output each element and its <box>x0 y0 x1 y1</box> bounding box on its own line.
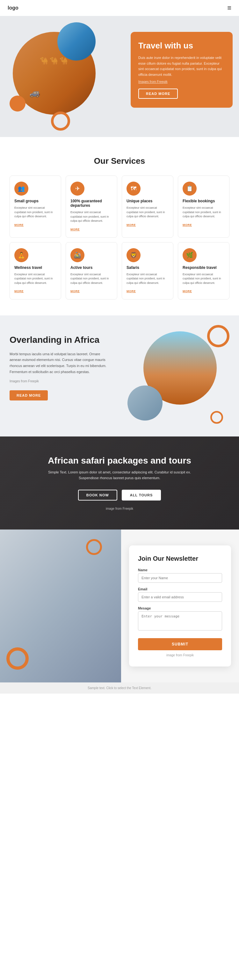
hero-section: 🐪🐪🐪 🚙 Travel with us Duis aute irure dol… <box>0 16 239 137</box>
overlanding-small-circle <box>127 385 163 420</box>
overlanding-outline-circle-top <box>207 325 229 347</box>
services-section: Our Services 👥 Small groups Excepteur si… <box>0 137 239 315</box>
newsletter-card: Join Our Newsletter Name Email Mesage SU… <box>129 546 231 667</box>
overlanding-read-more-button[interactable]: READ MORE <box>10 390 48 401</box>
submit-button[interactable]: SUBMIT <box>138 638 222 650</box>
service-desc-7: Excepteur sint occaecat cupidatat non pr… <box>183 272 225 285</box>
service-icon-places: 🗺 <box>126 181 140 196</box>
header: logo ≡ <box>0 0 239 16</box>
service-card-responsible: 🌿 Responsible travel Excepteur sint occa… <box>178 242 229 300</box>
service-more-1[interactable]: MORE <box>70 228 80 231</box>
hero-read-more-button[interactable]: READ MORE <box>138 89 178 99</box>
newsletter-form-container: Join Our Newsletter Name Email Mesage SU… <box>121 530 239 682</box>
service-icon-safari: 🦁 <box>126 248 140 262</box>
service-desc-0: Excepteur sint occaecat cupidatat non pr… <box>14 206 56 219</box>
service-title-5: Active tours <box>70 266 113 270</box>
service-more-7[interactable]: MORE <box>183 290 192 293</box>
service-icon-bookings: 📋 <box>183 181 197 196</box>
service-card-safaris: 🦁 Safaris Excepteur sint occaecat cupida… <box>122 242 174 300</box>
service-title-2: Unique places <box>126 199 169 203</box>
service-icon-departures: ✈ <box>70 181 84 196</box>
safari-title: African safari packages and tours <box>48 456 191 466</box>
email-label: Email <box>138 587 222 591</box>
service-icon-active: 🚵 <box>70 248 84 262</box>
service-card-active: 🚵 Active tours Excepteur sint occaecat c… <box>65 242 117 300</box>
hero-filled-circle <box>10 95 25 111</box>
service-desc-2: Excepteur sint occaecat cupidatat non pr… <box>126 206 169 219</box>
message-textarea[interactable] <box>138 611 222 630</box>
service-desc-5: Excepteur sint occaecat cupidatat non pr… <box>70 272 113 285</box>
service-more-3[interactable]: MORE <box>183 223 192 226</box>
service-more-2[interactable]: MORE <box>126 223 136 226</box>
service-card-unique: 🗺 Unique places Excepteur sint occaecat … <box>122 175 174 238</box>
safari-description: Simple Text. Lorem ipsum dolor sit amet,… <box>40 469 199 481</box>
service-title-6: Safaris <box>126 266 169 270</box>
newsletter-image-credit: image from Freepik <box>138 654 222 657</box>
hero-outline-circle <box>51 111 70 130</box>
service-title-4: Wellness travel <box>14 266 56 270</box>
service-title-1: 100% guaranteed departures <box>70 199 113 208</box>
service-card-guaranteed: ✈ 100% guaranteed departures Excepteur s… <box>65 175 117 238</box>
service-more-6[interactable]: MORE <box>126 290 136 293</box>
services-grid: 👥 Small groups Excepteur sint occaecat c… <box>10 175 229 299</box>
hero-image-credit[interactable]: Images from Freepik <box>138 80 225 83</box>
overlanding-title: Overlanding in Africa <box>10 334 112 345</box>
newsletter-title: Join Our Newsletter <box>138 555 222 562</box>
overlanding-text: Overlanding in Africa Morbi tempus iacul… <box>10 334 118 401</box>
hero-top-circle <box>57 22 96 60</box>
newsletter-image <box>0 530 121 682</box>
email-input[interactable] <box>138 592 222 602</box>
overlanding-section: Overlanding in Africa Morbi tempus iacul… <box>0 315 239 436</box>
email-form-group: Email <box>138 587 222 602</box>
service-more-4[interactable]: MORE <box>14 290 24 293</box>
service-card-small-groups: 👥 Small groups Excepteur sint occaecat c… <box>10 175 61 238</box>
message-form-group: Mesage <box>138 606 222 632</box>
hero-description: Duis aute irure dolor in reprehenderit i… <box>138 55 225 78</box>
overlanding-images <box>124 325 233 427</box>
hero-title: Travel with us <box>138 41 225 51</box>
footer-note: Sample text. Click to select the Text El… <box>88 686 151 690</box>
overlanding-outline-circle-bottom <box>210 411 223 424</box>
overlanding-description: Morbi tempus iaculis urna id volutpat la… <box>10 351 112 375</box>
safari-buttons: BOOK NOW ALL TOURS <box>78 490 161 501</box>
service-icon-groups: 👥 <box>14 181 29 196</box>
service-title-0: Small groups <box>14 199 56 203</box>
service-title-7: Responsible travel <box>183 266 225 270</box>
hero-circles: 🐪🐪🐪 🚙 <box>6 22 108 130</box>
service-more-0[interactable]: MORE <box>14 223 24 226</box>
book-now-button[interactable]: BOOK NOW <box>78 490 117 501</box>
name-form-group: Name <box>138 568 222 583</box>
safari-image-credit: image from Freepik <box>106 507 133 511</box>
footer: Sample text. Click to select the Text El… <box>0 682 239 694</box>
name-label: Name <box>138 568 222 572</box>
newsletter-section: Join Our Newsletter Name Email Mesage SU… <box>0 530 239 682</box>
service-desc-1: Excepteur sint occaecat cupidatat non pr… <box>70 210 113 223</box>
service-card-flexible: 📋 Flexible bookings Excepteur sint occae… <box>178 175 229 238</box>
camel-silhouette: 🐪🐪🐪 <box>40 57 69 65</box>
service-title-3: Flexible bookings <box>183 199 225 203</box>
overlanding-image-credit: Images from Freepik <box>10 379 112 384</box>
service-desc-6: Excepteur sint occaecat cupidatat non pr… <box>126 272 169 285</box>
safari-section: African safari packages and tours Simple… <box>0 436 239 530</box>
service-desc-4: Excepteur sint occaecat cupidatat non pr… <box>14 272 56 285</box>
newsletter-circle-small <box>86 539 102 555</box>
message-label: Mesage <box>138 606 222 610</box>
service-desc-3: Excepteur sint occaecat cupidatat non pr… <box>183 206 225 219</box>
service-icon-wellness: 🧘 <box>14 248 29 262</box>
services-title: Our Services <box>10 156 229 166</box>
hero-content-card: Travel with us Duis aute irure dolor in … <box>131 32 233 108</box>
all-tours-button[interactable]: ALL TOURS <box>122 490 161 501</box>
suv-silhouette: 🚙 <box>29 88 40 98</box>
hamburger-icon[interactable]: ≡ <box>227 4 231 12</box>
newsletter-circle-outline <box>6 648 29 670</box>
logo: logo <box>8 5 19 11</box>
service-more-5[interactable]: MORE <box>70 290 80 293</box>
name-input[interactable] <box>138 573 222 583</box>
service-icon-responsible: 🌿 <box>183 248 197 262</box>
service-card-wellness: 🧘 Wellness travel Excepteur sint occaeca… <box>10 242 61 300</box>
